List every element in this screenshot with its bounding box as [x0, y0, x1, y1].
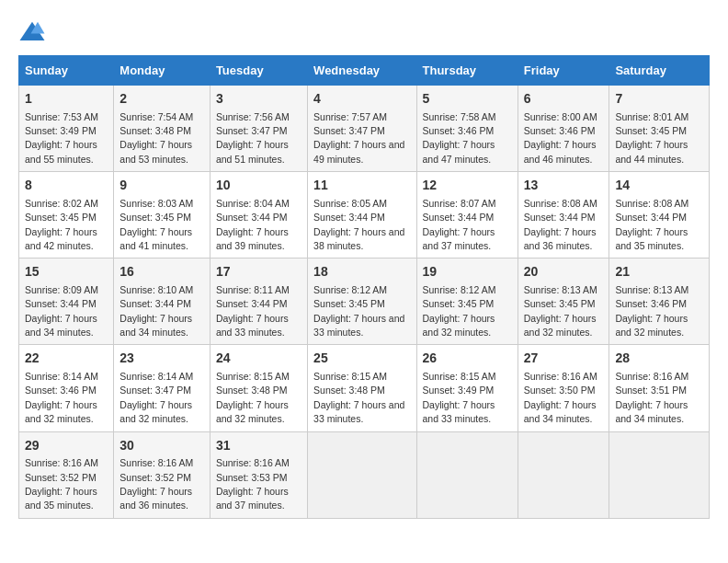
calendar-cell: [416, 431, 518, 518]
day-number: 25: [313, 350, 410, 368]
calendar-week-5: 29 Sunrise: 8:16 AM Sunset: 3:52 PM Dayl…: [19, 431, 710, 518]
day-number: 11: [313, 177, 410, 195]
day-number: 17: [216, 263, 301, 282]
day-number: 3: [216, 90, 301, 109]
day-info: Sunrise: 8:16 AM Sunset: 3:52 PM Dayligh…: [119, 457, 193, 511]
day-info: Sunrise: 8:05 AM Sunset: 3:44 PM Dayligh…: [313, 198, 404, 251]
day-info: Sunrise: 8:16 AM Sunset: 3:53 PM Dayligh…: [216, 457, 290, 511]
day-info: Sunrise: 8:08 AM Sunset: 3:44 PM Dayligh…: [615, 198, 688, 251]
calendar-cell: 22 Sunrise: 8:14 AM Sunset: 3:46 PM Dayl…: [19, 345, 114, 431]
day-info: Sunrise: 7:56 AM Sunset: 3:47 PM Dayligh…: [216, 111, 290, 165]
day-info: Sunrise: 8:15 AM Sunset: 3:49 PM Dayligh…: [423, 371, 496, 424]
calendar-week-4: 22 Sunrise: 8:14 AM Sunset: 3:46 PM Dayl…: [19, 345, 710, 431]
day-info: Sunrise: 8:16 AM Sunset: 3:51 PM Dayligh…: [615, 371, 688, 424]
day-number: 30: [119, 437, 204, 455]
calendar-cell: 10 Sunrise: 8:04 AM Sunset: 3:44 PM Dayl…: [210, 172, 307, 259]
calendar-cell: 14 Sunrise: 8:08 AM Sunset: 3:44 PM Dayl…: [609, 172, 710, 259]
calendar-week-3: 15 Sunrise: 8:09 AM Sunset: 3:44 PM Dayl…: [19, 259, 710, 345]
day-info: Sunrise: 8:11 AM Sunset: 3:44 PM Dayligh…: [216, 284, 290, 338]
day-number: 5: [423, 90, 512, 109]
day-number: 18: [313, 263, 410, 282]
day-info: Sunrise: 8:09 AM Sunset: 3:44 PM Dayligh…: [25, 284, 98, 338]
calendar-cell: 16 Sunrise: 8:10 AM Sunset: 3:44 PM Dayl…: [114, 259, 210, 345]
day-info: Sunrise: 7:57 AM Sunset: 3:47 PM Dayligh…: [313, 111, 404, 165]
day-number: 8: [25, 177, 108, 195]
day-number: 24: [216, 350, 301, 368]
calendar-cell: 1 Sunrise: 7:53 AM Sunset: 3:49 PM Dayli…: [19, 86, 114, 172]
calendar-cell: 5 Sunrise: 7:58 AM Sunset: 3:46 PM Dayli…: [416, 86, 518, 172]
calendar-week-2: 8 Sunrise: 8:02 AM Sunset: 3:45 PM Dayli…: [19, 172, 710, 259]
calendar-cell: 8 Sunrise: 8:02 AM Sunset: 3:45 PM Dayli…: [19, 172, 114, 259]
day-info: Sunrise: 8:15 AM Sunset: 3:48 PM Dayligh…: [216, 371, 290, 424]
header-monday: Monday: [114, 56, 210, 86]
day-info: Sunrise: 8:14 AM Sunset: 3:47 PM Dayligh…: [119, 371, 193, 424]
day-info: Sunrise: 8:08 AM Sunset: 3:44 PM Dayligh…: [524, 198, 597, 251]
day-info: Sunrise: 8:12 AM Sunset: 3:45 PM Dayligh…: [313, 284, 404, 338]
calendar-header-row: SundayMondayTuesdayWednesdayThursdayFrid…: [19, 56, 710, 86]
day-info: Sunrise: 8:02 AM Sunset: 3:45 PM Dayligh…: [25, 198, 98, 251]
day-info: Sunrise: 8:14 AM Sunset: 3:46 PM Dayligh…: [25, 371, 98, 424]
calendar-table: SundayMondayTuesdayWednesdayThursdayFrid…: [18, 55, 710, 519]
calendar-cell: 19 Sunrise: 8:12 AM Sunset: 3:45 PM Dayl…: [416, 259, 518, 345]
logo-icon: [18, 18, 46, 46]
day-info: Sunrise: 7:54 AM Sunset: 3:48 PM Dayligh…: [119, 111, 193, 165]
day-number: 26: [423, 350, 512, 368]
calendar-week-1: 1 Sunrise: 7:53 AM Sunset: 3:49 PM Dayli…: [19, 86, 710, 172]
calendar-cell: 13 Sunrise: 8:08 AM Sunset: 3:44 PM Dayl…: [518, 172, 609, 259]
day-number: 16: [119, 263, 204, 282]
calendar-cell: 27 Sunrise: 8:16 AM Sunset: 3:50 PM Dayl…: [518, 345, 609, 431]
day-info: Sunrise: 8:13 AM Sunset: 3:46 PM Dayligh…: [615, 284, 688, 338]
header-thursday: Thursday: [416, 56, 518, 86]
header-saturday: Saturday: [609, 56, 710, 86]
calendar-cell: 25 Sunrise: 8:15 AM Sunset: 3:48 PM Dayl…: [308, 345, 416, 431]
header-wednesday: Wednesday: [308, 56, 416, 86]
day-info: Sunrise: 8:07 AM Sunset: 3:44 PM Dayligh…: [423, 198, 496, 251]
day-number: 6: [524, 90, 604, 109]
day-number: 19: [423, 263, 512, 282]
calendar-cell: 6 Sunrise: 8:00 AM Sunset: 3:46 PM Dayli…: [518, 86, 609, 172]
day-number: 29: [25, 437, 108, 455]
calendar-cell: [609, 431, 710, 518]
day-number: 21: [615, 263, 703, 282]
calendar-cell: 29 Sunrise: 8:16 AM Sunset: 3:52 PM Dayl…: [19, 431, 114, 518]
page-header: [18, 18, 710, 46]
day-info: Sunrise: 8:12 AM Sunset: 3:45 PM Dayligh…: [423, 284, 496, 338]
day-number: 28: [615, 350, 703, 368]
header-friday: Friday: [518, 56, 609, 86]
calendar-cell: [308, 431, 416, 518]
header-tuesday: Tuesday: [210, 56, 307, 86]
day-number: 7: [615, 90, 703, 109]
calendar-cell: 21 Sunrise: 8:13 AM Sunset: 3:46 PM Dayl…: [609, 259, 710, 345]
day-number: 4: [313, 90, 410, 109]
calendar-cell: 17 Sunrise: 8:11 AM Sunset: 3:44 PM Dayl…: [210, 259, 307, 345]
day-number: 20: [524, 263, 604, 282]
day-number: 27: [524, 350, 604, 368]
day-number: 14: [615, 177, 703, 195]
calendar-cell: 3 Sunrise: 7:56 AM Sunset: 3:47 PM Dayli…: [210, 86, 307, 172]
calendar-cell: 11 Sunrise: 8:05 AM Sunset: 3:44 PM Dayl…: [308, 172, 416, 259]
calendar-cell: 31 Sunrise: 8:16 AM Sunset: 3:53 PM Dayl…: [210, 431, 307, 518]
day-number: 12: [423, 177, 512, 195]
calendar-cell: 7 Sunrise: 8:01 AM Sunset: 3:45 PM Dayli…: [609, 86, 710, 172]
calendar-cell: 26 Sunrise: 8:15 AM Sunset: 3:49 PM Dayl…: [416, 345, 518, 431]
day-info: Sunrise: 8:03 AM Sunset: 3:45 PM Dayligh…: [119, 198, 193, 251]
calendar-cell: 4 Sunrise: 7:57 AM Sunset: 3:47 PM Dayli…: [308, 86, 416, 172]
calendar-cell: 28 Sunrise: 8:16 AM Sunset: 3:51 PM Dayl…: [609, 345, 710, 431]
day-info: Sunrise: 8:16 AM Sunset: 3:50 PM Dayligh…: [524, 371, 597, 424]
calendar-cell: 23 Sunrise: 8:14 AM Sunset: 3:47 PM Dayl…: [114, 345, 210, 431]
calendar-cell: 30 Sunrise: 8:16 AM Sunset: 3:52 PM Dayl…: [114, 431, 210, 518]
day-info: Sunrise: 8:10 AM Sunset: 3:44 PM Dayligh…: [119, 284, 193, 338]
calendar-cell: 20 Sunrise: 8:13 AM Sunset: 3:45 PM Dayl…: [518, 259, 609, 345]
logo: [18, 18, 50, 46]
day-info: Sunrise: 8:01 AM Sunset: 3:45 PM Dayligh…: [615, 111, 688, 165]
day-number: 15: [25, 263, 108, 282]
calendar-cell: 9 Sunrise: 8:03 AM Sunset: 3:45 PM Dayli…: [114, 172, 210, 259]
day-info: Sunrise: 7:53 AM Sunset: 3:49 PM Dayligh…: [25, 111, 98, 165]
day-info: Sunrise: 8:15 AM Sunset: 3:48 PM Dayligh…: [313, 371, 404, 424]
calendar-cell: 12 Sunrise: 8:07 AM Sunset: 3:44 PM Dayl…: [416, 172, 518, 259]
day-number: 10: [216, 177, 301, 195]
day-info: Sunrise: 8:16 AM Sunset: 3:52 PM Dayligh…: [25, 457, 98, 511]
day-info: Sunrise: 7:58 AM Sunset: 3:46 PM Dayligh…: [423, 111, 496, 165]
header-sunday: Sunday: [19, 56, 114, 86]
day-info: Sunrise: 8:00 AM Sunset: 3:46 PM Dayligh…: [524, 111, 597, 165]
